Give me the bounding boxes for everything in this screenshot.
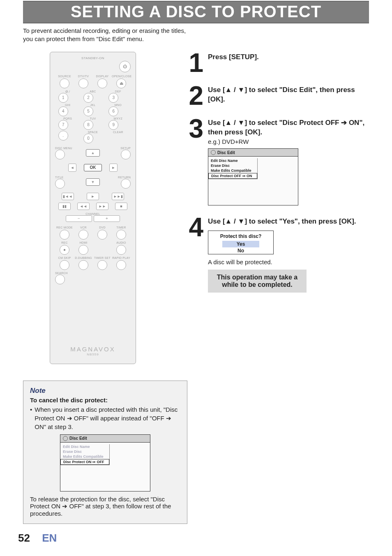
key-7: 7 bbox=[58, 120, 68, 130]
up-arrow: ▲ bbox=[86, 149, 100, 157]
search-btn bbox=[55, 275, 65, 284]
title-label: TITLE bbox=[55, 176, 78, 179]
rapid-btn bbox=[116, 260, 126, 270]
kl: @./ bbox=[58, 90, 77, 93]
kl: TUV bbox=[83, 117, 102, 120]
step-heading: Use [▲ / ▼] to select "Disc Protect OFF … bbox=[208, 118, 369, 137]
discmenu-label: DISC MENU bbox=[55, 147, 78, 150]
key-6: 6 bbox=[108, 106, 118, 116]
key-8: 8 bbox=[83, 120, 93, 130]
ff-icon: ►► bbox=[96, 203, 108, 210]
display-btn bbox=[97, 78, 107, 88]
brand-logo: MAGNAVOX bbox=[50, 346, 136, 353]
rec-label: REC bbox=[55, 241, 74, 244]
remote-illustration: STANDBY-ON ⏻ SOURCE DTV/TV DISPLAY OPEN/… bbox=[50, 52, 136, 364]
note-sub: To cancel the disc protect: bbox=[30, 397, 180, 404]
step-1: 1 Press [SETUP]. bbox=[179, 52, 369, 74]
step-3: 3 Use [▲ / ▼] to select "Disc Protect OF… bbox=[179, 118, 369, 205]
power-icon: ⏻ bbox=[119, 61, 131, 72]
pause-icon: ▮▮ bbox=[58, 203, 71, 210]
box-title: Disc Edit bbox=[69, 436, 87, 441]
step-number: 2 bbox=[179, 85, 202, 107]
hdmi-label: HDMI bbox=[74, 241, 93, 244]
ch-down: − bbox=[66, 215, 92, 222]
stop-icon: ■ bbox=[115, 203, 127, 210]
search-label: SEARCH bbox=[55, 272, 131, 275]
kl: ABC bbox=[83, 90, 102, 93]
recmode-btn bbox=[60, 230, 69, 240]
ts-label: TIMER SET bbox=[93, 256, 112, 259]
channel-label: CHANNEL bbox=[55, 212, 131, 215]
down-arrow: ▼ bbox=[86, 178, 100, 186]
box-item: Make Edits Compatible bbox=[208, 168, 257, 173]
dvd-btn bbox=[97, 230, 107, 240]
source-btn bbox=[60, 78, 69, 88]
step-heading: Use [▲ / ▼] to select "Disc Edit", then … bbox=[208, 85, 369, 104]
box-item: Erase Disc bbox=[208, 163, 257, 168]
note-after: To release the protection for the disc, … bbox=[30, 496, 180, 517]
box-item-selected: Disc Protect ON ⇨ OFF bbox=[60, 459, 109, 465]
box-title: Disc Edit bbox=[217, 150, 235, 155]
disp-label: DISPLAY bbox=[93, 75, 112, 78]
eject-btn: ⏏ bbox=[116, 78, 126, 88]
step-4: 4 Use [▲ / ▼] to select "Yes", then pres… bbox=[179, 216, 369, 293]
return-label: RETURN bbox=[108, 176, 131, 179]
dvd-label: DVD bbox=[93, 226, 112, 229]
step-number: 4 bbox=[179, 216, 202, 293]
audio-label: AUDIO bbox=[112, 241, 131, 244]
kl: SPACE bbox=[83, 131, 102, 134]
src-label: SOURCE bbox=[55, 75, 74, 78]
model-label: NB559 bbox=[50, 353, 136, 356]
vcr-label: VCR bbox=[74, 226, 93, 229]
key-1: 1 bbox=[58, 93, 68, 103]
hdmi-btn bbox=[78, 245, 88, 255]
page-number: 52 bbox=[18, 532, 30, 544]
note-li: When you insert a disc protected with th… bbox=[35, 405, 180, 431]
step-2: 2 Use [▲ / ▼] to select "Disc Edit", the… bbox=[179, 85, 369, 107]
disc-icon bbox=[211, 150, 216, 155]
disc-icon bbox=[63, 436, 68, 441]
kl: MNO bbox=[108, 104, 127, 106]
kl: CLEAR bbox=[108, 131, 127, 134]
confirm-yes: Yes bbox=[222, 241, 259, 247]
kl: GHI bbox=[58, 104, 77, 106]
dd-label: D.DUBBING bbox=[74, 256, 93, 259]
key-dot: . bbox=[58, 131, 68, 141]
prev-icon: ▮◄◄ bbox=[62, 193, 74, 200]
intro-text: To prevent accidental recording, editing… bbox=[23, 27, 187, 44]
result-text: A disc will be protected. bbox=[208, 258, 369, 265]
step-number: 3 bbox=[179, 118, 202, 205]
confirm-question: Protect this disc? bbox=[208, 231, 273, 241]
play-icon: ► bbox=[87, 193, 99, 200]
kl: JKL bbox=[83, 104, 102, 106]
rew-icon: ◄◄ bbox=[77, 203, 90, 210]
kl: PQRS bbox=[58, 117, 77, 120]
page-title: SETTING A DISC TO PROTECT bbox=[23, 1, 369, 23]
timer-btn bbox=[116, 230, 126, 240]
bullet: • bbox=[30, 405, 32, 431]
disc-edit-box: Disc Edit Edit Disc Name Erase Disc Make… bbox=[208, 148, 298, 205]
box-item-selected: Disc Protect OFF ⇨ ON bbox=[208, 173, 257, 179]
open-label: OPEN/CLOSE bbox=[112, 75, 131, 78]
timer-label: TIMER bbox=[112, 226, 131, 229]
dtv-btn bbox=[78, 78, 88, 88]
box-item: Edit Disc Name bbox=[60, 444, 109, 449]
page-footer: 52 EN bbox=[18, 532, 57, 544]
note-box: Note To cancel the disc protect: •When y… bbox=[23, 381, 187, 524]
key-3: 3 bbox=[108, 93, 118, 103]
page-lang: EN bbox=[42, 532, 57, 544]
title-btn bbox=[55, 179, 65, 189]
kl: WXYZ bbox=[108, 117, 127, 120]
setup-label: SETUP bbox=[108, 147, 131, 150]
cm-label: CM SKIP bbox=[55, 256, 74, 259]
timerset-btn bbox=[97, 260, 107, 270]
box-item: Edit Disc Name bbox=[208, 158, 257, 163]
dtv-label: DTV/TV bbox=[74, 75, 93, 78]
discmenu-btn bbox=[55, 150, 65, 159]
step-heading: Use [▲ / ▼] to select "Yes", then press … bbox=[208, 217, 369, 226]
vcr-btn bbox=[78, 230, 88, 240]
box-item: Make Edits Compatible bbox=[60, 454, 109, 459]
rm-label: REC MODE bbox=[55, 226, 74, 229]
step-sub: e.g.) DVD+RW bbox=[208, 138, 369, 145]
key-0: 0 bbox=[83, 134, 93, 143]
